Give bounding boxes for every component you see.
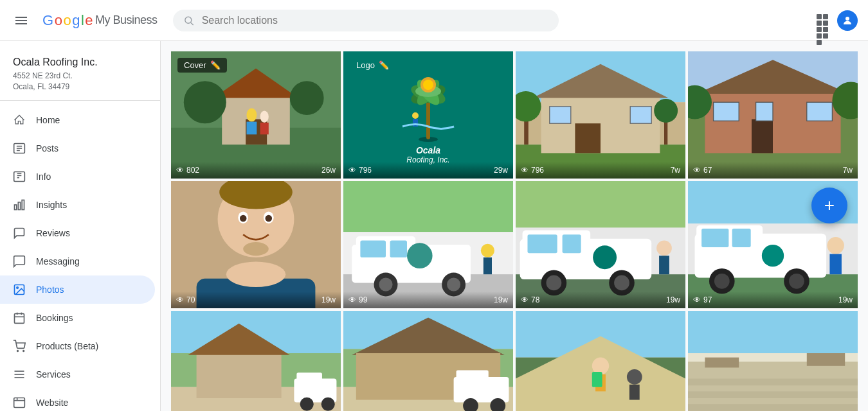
business-name: Ocala Roofing Inc. (13, 57, 147, 68)
business-info: Ocala Roofing Inc. 4552 NE 23rd Ct. Ocal… (0, 46, 160, 101)
svg-rect-50 (413, 119, 418, 127)
svg-point-34 (184, 81, 226, 123)
svg-rect-97 (516, 181, 685, 228)
svg-rect-41 (426, 101, 430, 139)
svg-point-48 (423, 80, 433, 90)
search-input[interactable] (202, 15, 548, 26)
cover-overlay: 👁 802 26w (171, 162, 341, 179)
person-overlay: 👁 70 19w (171, 292, 341, 308)
svg-point-38 (260, 110, 269, 122)
svg-rect-131 (296, 372, 322, 391)
sidebar-item-label-photos: Photos (36, 284, 64, 295)
hamburger-menu[interactable] (10, 10, 32, 31)
products-icon (13, 340, 26, 353)
sidebar-item-label-website: Website (36, 398, 68, 408)
svg-rect-117 (732, 229, 751, 247)
person-art (171, 181, 341, 308)
svg-rect-57 (550, 107, 571, 123)
svg-rect-116 (701, 229, 728, 247)
photo-roof3[interactable] (516, 311, 685, 411)
sidebar-item-posts[interactable]: Posts (0, 134, 155, 162)
cover-badge[interactable]: Cover ✏️ (177, 58, 227, 73)
svg-rect-25 (14, 398, 25, 407)
photos-icon (13, 283, 26, 296)
sidebar-item-label-insights: Insights (36, 200, 67, 210)
svg-rect-128 (197, 351, 282, 398)
photo-roof2[interactable] (343, 311, 513, 411)
posts-icon (13, 142, 26, 155)
roof1-art (171, 311, 341, 411)
roof2-art (343, 311, 513, 411)
svg-rect-89 (360, 240, 386, 257)
svg-line-1 (190, 22, 193, 25)
photo-person[interactable]: 👁 70 19w (171, 181, 341, 308)
sidebar-item-reviews[interactable]: Reviews (0, 219, 155, 247)
svg-rect-39 (260, 123, 269, 134)
apps-icon[interactable] (817, 14, 829, 27)
messaging-icon (13, 255, 26, 268)
sidebar-item-info[interactable]: Info (0, 162, 155, 191)
truck1-views: 👁 99 (348, 295, 367, 304)
photo-roof1[interactable] (171, 311, 341, 411)
app-header: Google My Business (0, 0, 868, 41)
user-avatar[interactable] (837, 10, 858, 31)
photo-truck2[interactable]: 👁 78 19w (516, 181, 685, 308)
sidebar-item-home[interactable]: Home (0, 106, 155, 134)
photo-house1[interactable]: 👁 796 7w (516, 51, 685, 179)
svg-rect-68 (714, 102, 739, 121)
svg-point-77 (240, 215, 247, 222)
sidebar-item-products[interactable]: Products (Beta) (0, 332, 155, 360)
logo-views: 👁 796 (348, 166, 372, 175)
svg-point-15 (17, 286, 18, 288)
sidebar-item-services[interactable]: Services (0, 360, 155, 389)
photo-grid: Cover ✏️ 👁 802 26w (171, 51, 858, 411)
svg-point-79 (266, 215, 273, 222)
truck2-views: 👁 78 (521, 295, 539, 304)
svg-rect-159 (807, 353, 845, 366)
svg-rect-11 (15, 205, 17, 210)
svg-rect-156 (688, 404, 858, 411)
house1-views: 👁 796 (521, 166, 544, 175)
brand-name: My Business (95, 13, 158, 27)
roof3-art (516, 311, 685, 411)
svg-rect-16 (15, 313, 24, 323)
truck3-views: 👁 97 (693, 295, 712, 304)
svg-point-132 (300, 398, 314, 411)
roof4-art (688, 311, 858, 411)
sidebar-item-insights[interactable]: Insights (0, 191, 155, 219)
cover-age: 26w (321, 166, 336, 175)
svg-rect-124 (829, 254, 841, 275)
svg-point-106 (547, 275, 562, 291)
sidebar-item-messaging[interactable]: Messaging (0, 247, 155, 275)
truck3-age: 19w (838, 295, 853, 304)
truck2-age: 19w (666, 295, 680, 304)
person-age: 19w (321, 295, 336, 304)
photo-logo[interactable]: Ocala Roofing, Inc. Logo ✏️ 👁 796 29w (343, 51, 513, 179)
sidebar-item-label-reviews: Reviews (36, 228, 70, 238)
svg-point-122 (789, 274, 804, 289)
svg-point-133 (321, 398, 335, 411)
svg-rect-102 (527, 234, 557, 253)
photo-roof4[interactable] (688, 311, 858, 411)
photo-house2[interactable]: 👁 67 7w (688, 51, 858, 179)
svg-rect-90 (390, 240, 407, 257)
svg-rect-12 (18, 202, 20, 209)
logo-badge[interactable]: Logo ✏️ (350, 58, 395, 73)
add-photo-fab[interactable]: + (811, 188, 847, 223)
sidebar-item-bookings[interactable]: Bookings (0, 304, 155, 332)
svg-point-108 (614, 275, 629, 291)
svg-rect-96 (484, 258, 492, 274)
photo-truck1[interactable]: 👁 99 19w (343, 181, 513, 308)
search-bar[interactable] (173, 10, 559, 31)
svg-rect-58 (630, 107, 651, 123)
svg-point-118 (762, 245, 784, 267)
svg-rect-13 (22, 200, 24, 209)
photo-cover[interactable]: Cover ✏️ 👁 802 26w (171, 51, 341, 179)
sidebar-item-label-info: Info (36, 171, 51, 182)
svg-point-120 (714, 274, 730, 289)
sidebar-item-website[interactable]: Website (0, 389, 155, 411)
svg-point-123 (827, 237, 844, 254)
svg-rect-154 (688, 379, 858, 386)
photos-content: Cover ✏️ 👁 802 26w (161, 41, 868, 411)
sidebar-item-photos[interactable]: Photos (0, 275, 155, 304)
